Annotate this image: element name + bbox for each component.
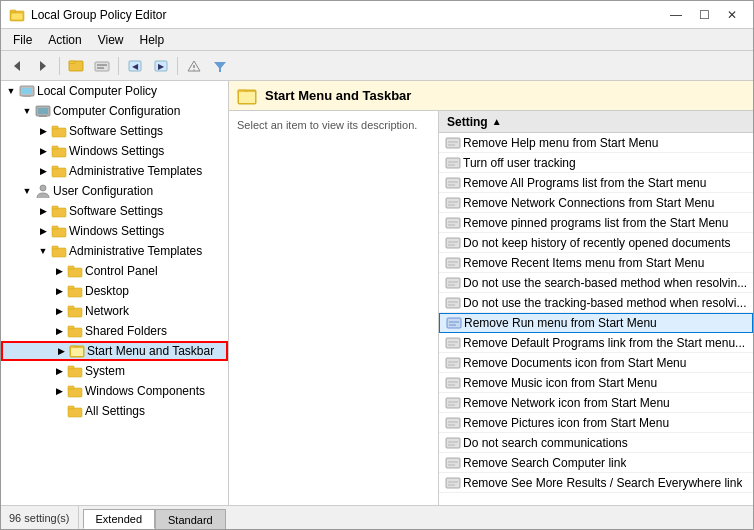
label-software-settings-uc: Software Settings bbox=[69, 204, 163, 218]
svg-rect-31 bbox=[52, 208, 66, 217]
setting-row[interactable]: Remove Pictures icon from Start Menu bbox=[439, 413, 753, 433]
setting-row[interactable]: Remove Network icon from Start Menu bbox=[439, 393, 753, 413]
svg-rect-48 bbox=[68, 368, 82, 377]
label-system: System bbox=[85, 364, 125, 378]
setting-row[interactable]: Do not search communications bbox=[439, 433, 753, 453]
setting-row[interactable]: Do not use the tracking-based method whe… bbox=[439, 293, 753, 313]
svg-rect-47 bbox=[71, 348, 83, 356]
title-controls: — ☐ ✕ bbox=[663, 5, 745, 25]
back-button[interactable] bbox=[5, 54, 29, 78]
setting-row[interactable]: Remove Music icon from Start Menu bbox=[439, 373, 753, 393]
tree-item-desktop[interactable]: ▶ Desktop bbox=[1, 281, 228, 301]
expand-network[interactable]: ▶ bbox=[51, 301, 67, 321]
toolbar-btn-4[interactable]: ▶ bbox=[149, 54, 173, 78]
close-button[interactable]: ✕ bbox=[719, 5, 745, 25]
toolbar-btn-5[interactable] bbox=[182, 54, 206, 78]
settings-column-header[interactable]: Setting ▲ bbox=[439, 111, 753, 133]
setting-row[interactable]: Remove Recent Items menu from Start Menu bbox=[439, 253, 753, 273]
toolbar-btn-2[interactable] bbox=[90, 54, 114, 78]
svg-rect-84 bbox=[447, 318, 461, 328]
setting-row[interactable]: Do not keep history of recently opened d… bbox=[439, 233, 753, 253]
setting-row[interactable]: Remove Network Connections from Start Me… bbox=[439, 193, 753, 213]
setting-row[interactable]: Remove Default Programs link from the St… bbox=[439, 333, 753, 353]
setting-label: Remove pinned programs list from the Sta… bbox=[463, 216, 728, 230]
tree-item-windows-components[interactable]: ▶ Windows Components bbox=[1, 381, 228, 401]
tab-extended[interactable]: Extended bbox=[83, 509, 155, 529]
setting-row[interactable]: Remove pinned programs list from the Sta… bbox=[439, 213, 753, 233]
setting-row[interactable]: Remove Help menu from Start Menu bbox=[439, 133, 753, 153]
tree-item-system[interactable]: ▶ System bbox=[1, 361, 228, 381]
tree-item-shared-folders[interactable]: ▶ Shared Folders bbox=[1, 321, 228, 341]
expand-desktop[interactable]: ▶ bbox=[51, 281, 67, 301]
expand-admin-templates-uc[interactable]: ▼ bbox=[35, 241, 51, 261]
icon-desktop bbox=[67, 283, 83, 299]
tree-item-windows-settings-uc[interactable]: ▶ Windows Settings bbox=[1, 221, 228, 241]
label-computer-config: Computer Configuration bbox=[53, 104, 180, 118]
expand-user-config[interactable]: ▼ bbox=[19, 181, 35, 201]
label-desktop: Desktop bbox=[85, 284, 129, 298]
tree-item-local-computer-policy[interactable]: ▼ Local Computer Policy bbox=[1, 81, 228, 101]
label-windows-settings-uc: Windows Settings bbox=[69, 224, 164, 238]
icon-windows-settings-cc bbox=[51, 143, 67, 159]
tree-item-control-panel[interactable]: ▶ Control Panel bbox=[1, 261, 228, 281]
expand-system[interactable]: ▶ bbox=[51, 361, 67, 381]
expand-control-panel[interactable]: ▶ bbox=[51, 261, 67, 281]
expand-computer-config[interactable]: ▼ bbox=[19, 101, 35, 121]
settings-pane[interactable]: Setting ▲ Remove Help menu from Start Me… bbox=[439, 111, 753, 505]
tree-item-admin-templates-uc[interactable]: ▼ Administrative Templates bbox=[1, 241, 228, 261]
expand-software-settings-uc[interactable]: ▶ bbox=[35, 201, 51, 221]
setting-icon bbox=[443, 173, 463, 193]
expand-shared-folders[interactable]: ▶ bbox=[51, 321, 67, 341]
menu-action[interactable]: Action bbox=[40, 31, 89, 49]
tab-standard[interactable]: Standard bbox=[155, 509, 226, 529]
tree-item-user-config[interactable]: ▼ User Configuration bbox=[1, 181, 228, 201]
filter-button[interactable] bbox=[208, 54, 232, 78]
expand-windows-components[interactable]: ▶ bbox=[51, 381, 67, 401]
icon-start-menu-taskbar bbox=[69, 343, 85, 359]
expand-software-settings-cc[interactable]: ▶ bbox=[35, 121, 51, 141]
tree-item-start-menu-taskbar[interactable]: ▶ Start Menu and Taskbar bbox=[1, 341, 228, 361]
svg-rect-63 bbox=[446, 178, 460, 188]
left-pane[interactable]: ▼ Local Computer Policy ▼ bbox=[1, 81, 229, 505]
svg-rect-35 bbox=[52, 248, 66, 257]
tree-item-admin-templates-cc[interactable]: ▶ Administrative Templates bbox=[1, 161, 228, 181]
expand-windows-settings-uc[interactable]: ▶ bbox=[35, 221, 51, 241]
setting-row[interactable]: Remove Documents icon from Start Menu bbox=[439, 353, 753, 373]
tree-item-windows-settings-cc[interactable]: ▶ Windows Settings bbox=[1, 141, 228, 161]
menu-help[interactable]: Help bbox=[132, 31, 173, 49]
svg-rect-66 bbox=[446, 198, 460, 208]
icon-shared-folders bbox=[67, 323, 83, 339]
setting-row[interactable]: Remove See More Results / Search Everywh… bbox=[439, 473, 753, 493]
forward-button[interactable] bbox=[31, 54, 55, 78]
setting-row[interactable]: Do not use the search-based method when … bbox=[439, 273, 753, 293]
tree-item-software-settings-cc[interactable]: ▶ Software Settings bbox=[1, 121, 228, 141]
tree-item-network[interactable]: ▶ Network bbox=[1, 301, 228, 321]
setting-row[interactable]: Turn off user tracking bbox=[439, 153, 753, 173]
icon-network bbox=[67, 303, 83, 319]
tree-item-software-settings-uc[interactable]: ▶ Software Settings bbox=[1, 201, 228, 221]
setting-row-highlighted[interactable]: Remove Run menu from Start Menu bbox=[439, 313, 753, 333]
expand-admin-templates-cc[interactable]: ▶ bbox=[35, 161, 51, 181]
expand-local-computer-policy[interactable]: ▼ bbox=[3, 81, 19, 101]
icon-all-settings bbox=[67, 403, 83, 419]
expand-start-menu-taskbar[interactable]: ▶ bbox=[53, 341, 69, 361]
tree-item-all-settings[interactable]: ▶ All Settings bbox=[1, 401, 228, 421]
setting-label-highlighted: Remove Run menu from Start Menu bbox=[464, 316, 657, 330]
menu-file[interactable]: File bbox=[5, 31, 40, 49]
menu-view[interactable]: View bbox=[90, 31, 132, 49]
setting-label: Remove Default Programs link from the St… bbox=[463, 336, 745, 350]
minimize-button[interactable]: — bbox=[663, 5, 689, 25]
toolbar-btn-1[interactable] bbox=[64, 54, 88, 78]
svg-rect-34 bbox=[52, 226, 58, 229]
settings-column-label: Setting bbox=[447, 115, 488, 129]
setting-label: Remove Pictures icon from Start Menu bbox=[463, 416, 669, 430]
setting-row[interactable]: Remove All Programs list from the Start … bbox=[439, 173, 753, 193]
toolbar-btn-3[interactable]: ◀ bbox=[123, 54, 147, 78]
setting-row[interactable]: Remove Search Computer link bbox=[439, 453, 753, 473]
tree-item-computer-config[interactable]: ▼ Computer Configuration bbox=[1, 101, 228, 121]
svg-rect-50 bbox=[68, 388, 82, 397]
maximize-button[interactable]: ☐ bbox=[691, 5, 717, 25]
expand-windows-settings-cc[interactable]: ▶ bbox=[35, 141, 51, 161]
svg-rect-105 bbox=[446, 458, 460, 468]
setting-icon bbox=[443, 413, 463, 433]
